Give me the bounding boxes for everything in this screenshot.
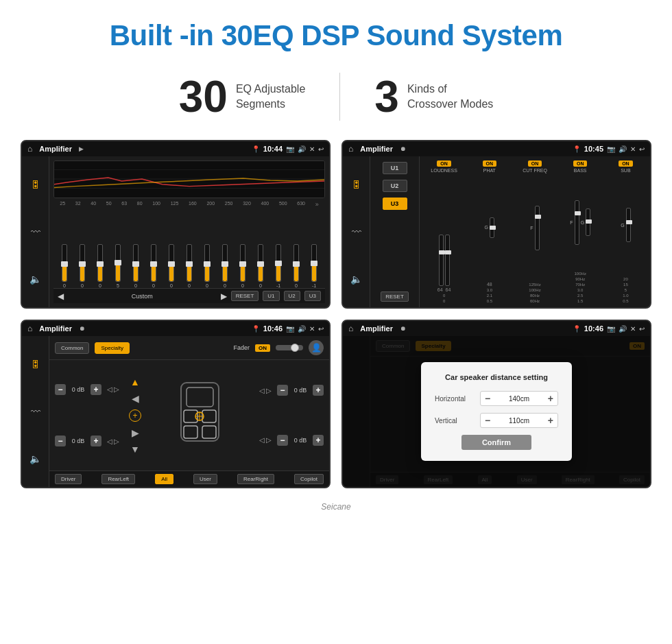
- eq-icon-3[interactable]: 🎛: [31, 359, 40, 370]
- right-arrow[interactable]: ▶: [132, 427, 139, 438]
- volume-icon-1[interactable]: 🔊: [298, 145, 306, 153]
- home-icon-2[interactable]: ⌂: [348, 144, 353, 154]
- vertical-minus[interactable]: −: [485, 415, 490, 426]
- db-minus-3[interactable]: −: [277, 385, 288, 396]
- play-icon-1[interactable]: ▶: [79, 145, 84, 152]
- camera-icon-1[interactable]: 📷: [286, 145, 294, 153]
- app-name-1: Amplifier: [39, 145, 72, 153]
- u3-btn-1[interactable]: U3: [304, 291, 321, 301]
- speaker-icons-1: ◁ ▷: [107, 385, 119, 393]
- specialty-btn[interactable]: Specialty: [95, 342, 129, 354]
- time-3: 10:46: [263, 324, 283, 333]
- home-icon-4[interactable]: ⌂: [348, 324, 353, 333]
- prev-icon[interactable]: ◀: [58, 291, 64, 301]
- slider-13: -1: [276, 244, 281, 288]
- close-icon-1[interactable]: ✕: [309, 145, 315, 153]
- wave-icon[interactable]: 〰: [31, 226, 40, 237]
- eq-main: 25 32 40 50 63 80 100 125 160 200 250 32…: [49, 156, 329, 307]
- rearleft-btn[interactable]: RearLeft: [101, 474, 135, 484]
- common-btn[interactable]: Common: [55, 342, 89, 354]
- record-icon-2[interactable]: ⏺: [400, 145, 406, 152]
- speaker-main: Common Specialty Fader ON 👤 − 0 dB: [49, 336, 329, 487]
- home-icon-3[interactable]: ⌂: [27, 324, 32, 333]
- u3-select[interactable]: U3: [383, 198, 407, 210]
- wave-icon-3[interactable]: 〰: [31, 406, 40, 417]
- location-icon-1: 📍: [252, 145, 260, 153]
- fader-slider[interactable]: [276, 345, 303, 350]
- close-icon-2[interactable]: ✕: [630, 145, 636, 153]
- sub-label: SUB: [621, 168, 630, 173]
- return-icon-3[interactable]: ↩: [318, 325, 324, 333]
- bass-on[interactable]: ON: [573, 160, 588, 167]
- confirm-button[interactable]: Confirm: [461, 435, 531, 450]
- reset-btn-1[interactable]: RESET: [231, 291, 259, 301]
- eq-icon[interactable]: 🎛: [31, 179, 40, 190]
- db-plus-3[interactable]: +: [313, 385, 324, 396]
- horizontal-plus[interactable]: +: [548, 393, 553, 404]
- speaker-right-icon-4: ▷: [266, 436, 272, 444]
- speaker-footer: Driver RearLeft All User RearRight Copil…: [49, 470, 329, 487]
- eq-icon-2[interactable]: 🎛: [352, 179, 361, 190]
- all-btn[interactable]: All: [155, 474, 173, 484]
- volume-icon-3[interactable]: 🔊: [298, 325, 306, 333]
- speaker-right: ◁ ▷ − 0 dB + ◁ ▷ −: [254, 360, 329, 470]
- expand-icon[interactable]: »: [315, 201, 319, 208]
- db-plus-2[interactable]: +: [91, 436, 101, 446]
- close-icon-4[interactable]: ✕: [630, 325, 636, 333]
- db-minus-2[interactable]: −: [55, 436, 66, 446]
- close-icon-3[interactable]: ✕: [309, 325, 315, 333]
- screen-distance: ⌂ Amplifier ⏺ 📍 10:46 📷 🔊 ✕ ↩ Common Spe…: [341, 320, 651, 488]
- camera-icon-2[interactable]: 📷: [607, 145, 615, 153]
- sub-on[interactable]: ON: [619, 160, 633, 167]
- return-icon-2[interactable]: ↩: [639, 145, 645, 153]
- camera-icon-4[interactable]: 📷: [607, 325, 615, 333]
- db-minus-4[interactable]: −: [277, 435, 288, 446]
- wave-icon-2[interactable]: 〰: [352, 226, 361, 237]
- dialog-overlay: Car speaker distance setting Horizontal …: [343, 336, 650, 487]
- cutfreq-area: F: [530, 174, 539, 281]
- crossover-main: ON LOUDNESS 6464 0 0: [420, 156, 650, 307]
- driver-btn[interactable]: Driver: [55, 474, 82, 484]
- fader-on[interactable]: ON: [255, 344, 270, 352]
- copilot-btn[interactable]: Copilot: [294, 474, 324, 484]
- cutfreq-on[interactable]: ON: [528, 160, 542, 167]
- db-plus-1[interactable]: +: [91, 384, 101, 395]
- bass-label: BASS: [574, 168, 587, 173]
- next-icon[interactable]: ▶: [221, 291, 227, 301]
- reset-crossover[interactable]: RESET: [381, 291, 409, 302]
- camera-icon-3[interactable]: 📷: [286, 325, 294, 333]
- return-icon-4[interactable]: ↩: [639, 325, 645, 333]
- u1-select[interactable]: U1: [383, 162, 407, 174]
- volume-side-icon-2[interactable]: 🔈: [350, 274, 362, 285]
- speaker-left-icon-4: ◁: [259, 436, 265, 444]
- up-arrow[interactable]: ▲: [130, 377, 140, 387]
- db-plus-4[interactable]: +: [313, 435, 324, 446]
- center-btn[interactable]: +: [129, 409, 141, 422]
- volume-side-icon[interactable]: 🔈: [29, 274, 41, 285]
- db-val-2: 0 dB: [69, 438, 88, 444]
- status-bar-4: ⌂ Amplifier ⏺ 📍 10:46 📷 🔊 ✕ ↩: [343, 321, 650, 336]
- volume-side-icon-3[interactable]: 🔈: [29, 453, 41, 464]
- vertical-plus[interactable]: +: [548, 415, 553, 426]
- vertical-row: Vertical − 110cm +: [435, 413, 558, 428]
- db-val-1: 0 dB: [69, 386, 88, 393]
- return-icon-1[interactable]: ↩: [318, 145, 324, 153]
- volume-icon-4[interactable]: 🔊: [619, 325, 627, 333]
- volume-icon-2[interactable]: 🔊: [619, 145, 627, 153]
- phat-on[interactable]: ON: [483, 160, 497, 167]
- horizontal-minus[interactable]: −: [485, 393, 490, 404]
- left-arrow[interactable]: ◀: [132, 393, 139, 404]
- u2-select[interactable]: U2: [383, 180, 407, 192]
- db-minus-1[interactable]: −: [55, 384, 66, 395]
- down-arrow[interactable]: ▼: [130, 444, 140, 455]
- user-btn[interactable]: User: [193, 474, 217, 484]
- record-icon-3[interactable]: ⏺: [79, 325, 85, 332]
- rearright-btn[interactable]: RearRight: [237, 474, 274, 484]
- record-icon-4[interactable]: ⏺: [400, 325, 406, 332]
- u2-btn-1[interactable]: U2: [284, 291, 300, 301]
- profile-icon[interactable]: 👤: [309, 340, 324, 355]
- loudness-on[interactable]: ON: [437, 160, 451, 167]
- home-icon-1[interactable]: ⌂: [27, 144, 32, 154]
- u1-btn-1[interactable]: U1: [263, 291, 279, 301]
- eq-sliders: 0 0 0: [53, 211, 325, 288]
